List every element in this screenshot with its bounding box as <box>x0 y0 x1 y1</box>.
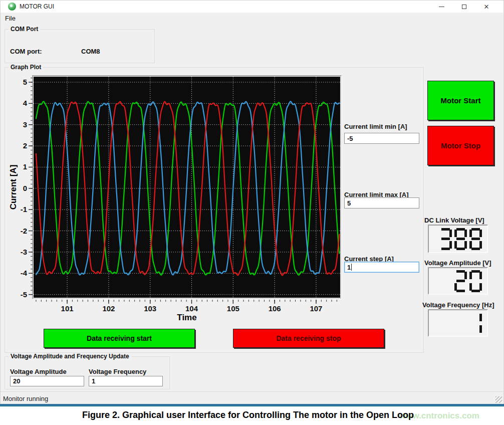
com-port-group-legend: COM Port <box>9 26 40 33</box>
y-tick-label: 3 <box>23 120 27 129</box>
y-tick-label: -5 <box>21 290 27 299</box>
current-waveform-chart: 101102103104105106107-5-4-3-2-1012345Tim… <box>10 74 346 324</box>
voltage-update-group: Voltage Amplitude and Frequency Update V… <box>5 356 170 389</box>
app-icon <box>8 3 16 11</box>
minimize-button[interactable] <box>430 1 452 13</box>
voltage-update-group-legend: Voltage Amplitude and Frequency Update <box>9 353 131 360</box>
y-tick-label: -1 <box>21 205 27 214</box>
current-limit-min-input[interactable] <box>344 133 419 144</box>
x-tick-label: 105 <box>227 304 239 313</box>
y-tick-label: 2 <box>23 141 27 150</box>
motor-stop-button[interactable]: Motor Stop <box>427 126 494 165</box>
current-limit-max-input[interactable] <box>344 197 419 208</box>
close-icon: ✕ <box>484 4 489 10</box>
x-tick-label: 106 <box>269 304 281 313</box>
text-caret <box>351 264 352 271</box>
close-button[interactable]: ✕ <box>475 1 497 13</box>
status-bar: Monitor running <box>1 391 503 404</box>
x-tick-label: 107 <box>310 304 322 313</box>
y-tick-label: -4 <box>21 269 28 277</box>
y-tick-label: -3 <box>21 248 27 256</box>
status-text: Monitor running <box>3 395 48 402</box>
menu-item-file[interactable]: File <box>1 13 20 24</box>
x-axis-title: Time <box>177 313 196 322</box>
window-title: MOTOR GUI <box>20 3 54 10</box>
voltage-frequency-display <box>428 309 488 337</box>
voltage-amplitude-input[interactable] <box>10 376 84 386</box>
com-port-value: COM8 <box>81 48 100 55</box>
y-axis-title: Current [A] <box>10 165 18 210</box>
x-tick-label: 104 <box>185 304 198 313</box>
seven-segment-digit <box>469 270 482 292</box>
voltage-amplitude-display-label: Voltage Amplitude [V] <box>424 259 491 267</box>
y-tick-label: -2 <box>21 227 27 235</box>
maximize-icon <box>462 5 466 9</box>
x-tick-label: 103 <box>144 304 156 313</box>
maximize-button[interactable] <box>453 1 475 13</box>
com-port-label: COM port: <box>10 48 42 55</box>
resize-grip-icon[interactable] <box>495 396 502 403</box>
y-tick-label: 1 <box>23 162 27 171</box>
seven-segment-digit <box>454 228 467 250</box>
com-port-group: COM Port COM port: COM8 <box>5 29 155 63</box>
seven-segment-digit <box>439 228 452 250</box>
x-tick-label: 101 <box>61 304 74 313</box>
title-bar: MOTOR GUI ✕ <box>1 1 503 13</box>
seven-segment-digit <box>469 312 482 334</box>
minimize-icon <box>439 7 444 7</box>
voltage-frequency-label: Voltage Frequency <box>89 368 146 375</box>
x-tick-label: 102 <box>102 304 115 313</box>
y-tick-label: 5 <box>23 78 27 86</box>
dc-link-voltage-display <box>428 225 488 253</box>
screenshot-stage: MOTOR GUI ✕ File COM Port COM port: COM8… <box>0 0 504 425</box>
data-receiving-start-button[interactable]: Data receiving start <box>44 329 195 348</box>
y-tick-label: 0 <box>23 184 27 192</box>
current-limit-min-label: Current limit min [A] <box>344 123 407 130</box>
caption-area: www.cntronics.com Figure 2. Graphical us… <box>0 406 504 425</box>
seven-segment-digit <box>454 270 467 292</box>
voltage-amplitude-label: Voltage Amplitude <box>10 368 67 375</box>
menu-bar: File <box>1 13 503 24</box>
voltage-frequency-display-label: Voltage Frequency [Hz] <box>422 301 494 309</box>
voltage-frequency-input[interactable] <box>89 376 163 386</box>
data-receiving-stop-button[interactable]: Data receiving stop <box>233 329 384 348</box>
motor-gui-window: MOTOR GUI ✕ File COM Port COM port: COM8… <box>0 0 504 404</box>
graph-plot-group-legend: Graph Plot <box>9 64 43 71</box>
voltage-amplitude-display <box>428 267 488 295</box>
seven-segment-digit <box>469 228 482 250</box>
figure-caption: Figure 2. Graphical user Interface for C… <box>0 410 496 420</box>
y-tick-label: 4 <box>23 99 28 107</box>
current-step-input[interactable] <box>344 262 419 273</box>
dc-link-voltage-label: DC Link Voltage [V] <box>424 217 484 224</box>
motor-start-button[interactable]: Motor Start <box>427 81 494 120</box>
